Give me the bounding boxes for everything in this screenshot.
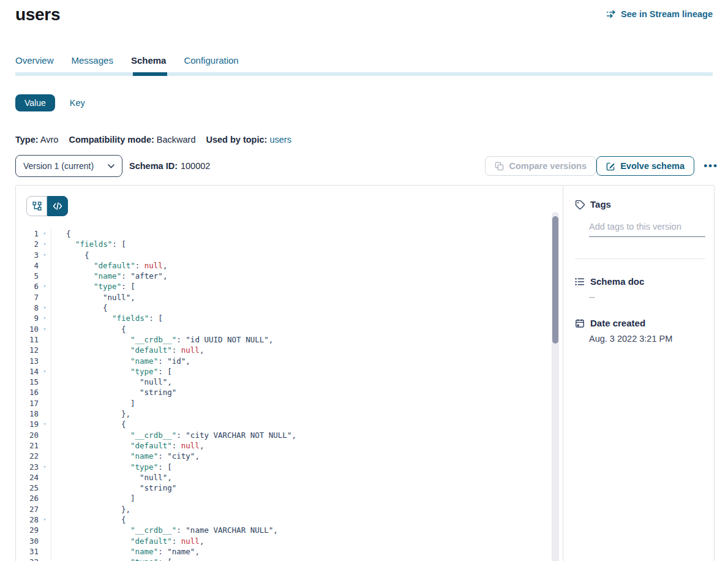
code-scrollbar-thumb[interactable]	[552, 216, 558, 344]
collapse-arrow-placeholder	[39, 430, 51, 440]
code-line-32: 32▾"type": [	[16, 557, 552, 561]
tab-schema[interactable]: Schema	[131, 55, 167, 66]
code-line-16: 16"string"	[16, 387, 552, 397]
code-view-button[interactable]	[47, 196, 68, 216]
line-number: 28	[16, 514, 39, 525]
code-text: {	[51, 514, 552, 525]
code-text: "default": null,	[51, 536, 552, 546]
tree-view-icon	[32, 201, 42, 211]
code-text: },	[51, 409, 552, 419]
tags-section-header: Tags	[575, 199, 611, 209]
tab-overview[interactable]: Overview	[15, 55, 54, 66]
line-number: 9	[16, 313, 39, 323]
code-text: {	[51, 250, 552, 260]
collapse-arrow-icon[interactable]: ▾	[39, 514, 51, 525]
edit-icon	[606, 162, 615, 171]
tree-view-button[interactable]	[26, 196, 47, 216]
line-number: 32	[16, 557, 39, 561]
line-number: 13	[16, 356, 39, 366]
date-created-value: Aug. 3 2022 3:21 PM	[589, 334, 672, 344]
collapse-arrow-placeholder	[39, 334, 51, 345]
collapse-arrow-icon[interactable]: ▾	[39, 250, 51, 260]
code-view-icon	[53, 202, 62, 210]
version-select[interactable]: Version 1 (current)	[15, 155, 122, 177]
collapse-arrow-placeholder	[39, 271, 51, 281]
schema-view-toggle	[26, 196, 68, 216]
collapse-arrow-placeholder	[39, 377, 51, 387]
collapse-arrow-placeholder	[39, 260, 51, 271]
compare-versions-button[interactable]: Compare versions	[485, 156, 596, 176]
value-toggle-button[interactable]: Value	[15, 94, 55, 111]
collapse-arrow-placeholder	[39, 493, 51, 503]
line-number: 7	[16, 292, 39, 303]
code-line-28: 28▾{	[16, 514, 552, 525]
collapse-arrow-placeholder	[39, 451, 51, 461]
more-actions-button[interactable]: •••	[704, 155, 718, 177]
code-text: "fields": [	[51, 313, 552, 323]
schema-doc-value: --	[589, 292, 595, 302]
code-line-15: 15"null",	[16, 377, 552, 387]
topic-link[interactable]: users	[269, 135, 291, 145]
collapse-arrow-icon[interactable]: ▾	[39, 281, 51, 292]
code-text: {	[51, 303, 552, 313]
code-line-22: 22"name": "city",	[16, 451, 552, 461]
code-line-5: 5"name": "after",	[16, 271, 552, 281]
code-text: "string"	[51, 483, 552, 493]
code-line-10: 10▾{	[16, 324, 552, 334]
code-line-26: 26]	[16, 493, 552, 503]
code-line-14: 14▾"type": [	[16, 366, 552, 377]
code-text: "string"	[51, 387, 552, 397]
code-line-31: 31"name": "name",	[16, 546, 552, 557]
collapse-arrow-placeholder	[39, 483, 51, 493]
collapse-arrow-icon[interactable]: ▾	[39, 419, 51, 429]
collapse-arrow-icon[interactable]: ▾	[39, 324, 51, 334]
code-line-17: 17]	[16, 398, 552, 409]
value-key-toggle: Value Key	[15, 94, 85, 111]
schema-code-editor[interactable]: 1▾{2▾"fields": [3▾{4"default": null,5"na…	[16, 228, 552, 561]
code-line-30: 30"default": null,	[16, 536, 552, 546]
code-text: "type": [	[51, 366, 552, 377]
code-line-6: 6▾"type": [	[16, 281, 552, 292]
line-number: 23	[16, 462, 39, 472]
collapse-arrow-icon[interactable]: ▾	[39, 366, 51, 377]
line-number: 17	[16, 398, 39, 409]
code-text: "name": "name",	[51, 546, 552, 557]
collapse-arrow-icon[interactable]: ▾	[39, 462, 51, 472]
collapse-arrow-placeholder	[39, 536, 51, 546]
line-number: 3	[16, 250, 39, 260]
code-text: "default": null,	[51, 440, 552, 451]
collapse-arrow-icon[interactable]: ▾	[39, 557, 51, 561]
line-number: 30	[16, 536, 39, 546]
line-number: 5	[16, 271, 39, 281]
code-text: {	[51, 228, 552, 239]
line-number: 22	[16, 451, 39, 461]
code-line-8: 8▾{	[16, 303, 552, 313]
key-toggle-button[interactable]: Key	[70, 98, 85, 108]
code-line-25: 25"string"	[16, 483, 552, 493]
code-line-27: 27},	[16, 504, 552, 514]
see-in-stream-lineage-link[interactable]: See in Stream lineage	[606, 9, 713, 19]
code-line-19: 19▾{	[16, 419, 552, 429]
add-tags-input[interactable]	[589, 219, 705, 237]
collapse-arrow-icon[interactable]: ▾	[39, 239, 51, 249]
code-line-11: 11"__crdb__": "id UUID NOT NULL",	[16, 334, 552, 345]
code-line-24: 24"null",	[16, 472, 552, 483]
line-number: 2	[16, 239, 39, 249]
evolve-schema-button[interactable]: Evolve schema	[596, 156, 694, 176]
line-number: 8	[16, 303, 39, 313]
schema-page: users See in Stream lineage Overview Mes…	[0, 0, 728, 561]
code-scrollbar-track[interactable]	[552, 212, 559, 561]
line-number: 1	[16, 228, 39, 239]
code-text: },	[51, 504, 552, 514]
collapse-arrow-icon[interactable]: ▾	[39, 303, 51, 313]
schema-meta-row: Type: Avro Compatibility mode: Backward …	[15, 135, 291, 145]
collapse-arrow-icon[interactable]: ▾	[39, 228, 51, 239]
tab-underline-strip	[15, 72, 713, 76]
code-text: "default": null,	[51, 260, 552, 271]
line-number: 25	[16, 483, 39, 493]
tab-configuration[interactable]: Configuration	[184, 55, 238, 66]
tab-messages[interactable]: Messages	[72, 55, 113, 66]
code-text: "fields": [	[51, 239, 552, 249]
code-text: "__crdb__": "id UUID NOT NULL",	[51, 334, 552, 345]
collapse-arrow-icon[interactable]: ▾	[39, 313, 51, 323]
